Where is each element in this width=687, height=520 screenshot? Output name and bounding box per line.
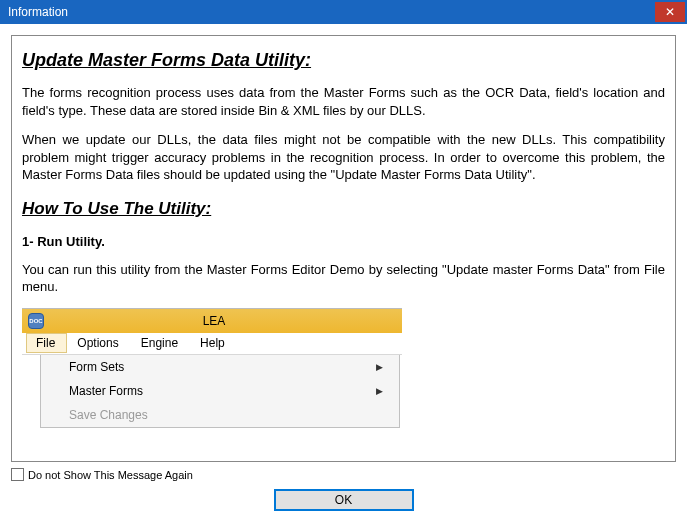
menu-options[interactable]: Options (67, 333, 130, 353)
close-icon: ✕ (665, 5, 675, 19)
step-1-title: 1- Run Utility. (22, 233, 665, 251)
step-1-desc: You can run this utility from the Master… (22, 261, 665, 296)
embedded-titlebar: DOC LEA (22, 309, 402, 333)
menu-engine[interactable]: Engine (131, 333, 190, 353)
menu-item-savechanges: Save Changes (41, 403, 399, 427)
checkbox-row[interactable]: Do not Show This Message Again (11, 468, 676, 481)
menu-file[interactable]: File (26, 333, 67, 353)
menu-help[interactable]: Help (190, 333, 237, 353)
embedded-menubar: File Options Engine Help (22, 333, 402, 355)
dialog-footer: Do not Show This Message Again OK (11, 464, 676, 516)
ok-button-label: OK (335, 493, 352, 507)
ok-button[interactable]: OK (274, 489, 414, 511)
content-scroll-area[interactable]: Update Master Forms Data Utility: The fo… (12, 36, 675, 461)
menu-item-formsets[interactable]: Form Sets ▶ (41, 355, 399, 379)
heading-howto: How To Use The Utility: (22, 198, 665, 221)
dont-show-checkbox[interactable] (11, 468, 24, 481)
menu-item-label: Save Changes (69, 407, 148, 423)
submenu-arrow-icon: ▶ (376, 361, 383, 373)
menu-item-label: Form Sets (69, 359, 124, 375)
app-icon: DOC (28, 313, 44, 329)
intro-paragraph-1: The forms recognition process uses data … (22, 84, 665, 119)
embedded-app-title: LEA (52, 313, 396, 329)
heading-utility-title: Update Master Forms Data Utility: (22, 48, 665, 72)
embedded-dropdown: Form Sets ▶ Master Forms ▶ Save Changes (40, 355, 400, 428)
button-row: OK (11, 489, 676, 511)
embedded-screenshot: DOC LEA File Options Engine Help Form Se… (22, 308, 402, 428)
checkbox-label: Do not Show This Message Again (28, 469, 193, 481)
intro-paragraph-2: When we update our DLLs, the data files … (22, 131, 665, 184)
content-frame: Update Master Forms Data Utility: The fo… (11, 35, 676, 462)
menu-item-masterforms[interactable]: Master Forms ▶ (41, 379, 399, 403)
submenu-arrow-icon: ▶ (376, 385, 383, 397)
window-title: Information (8, 5, 68, 19)
close-button[interactable]: ✕ (655, 2, 685, 22)
window-titlebar: Information ✕ (0, 0, 687, 24)
menu-item-label: Master Forms (69, 383, 143, 399)
